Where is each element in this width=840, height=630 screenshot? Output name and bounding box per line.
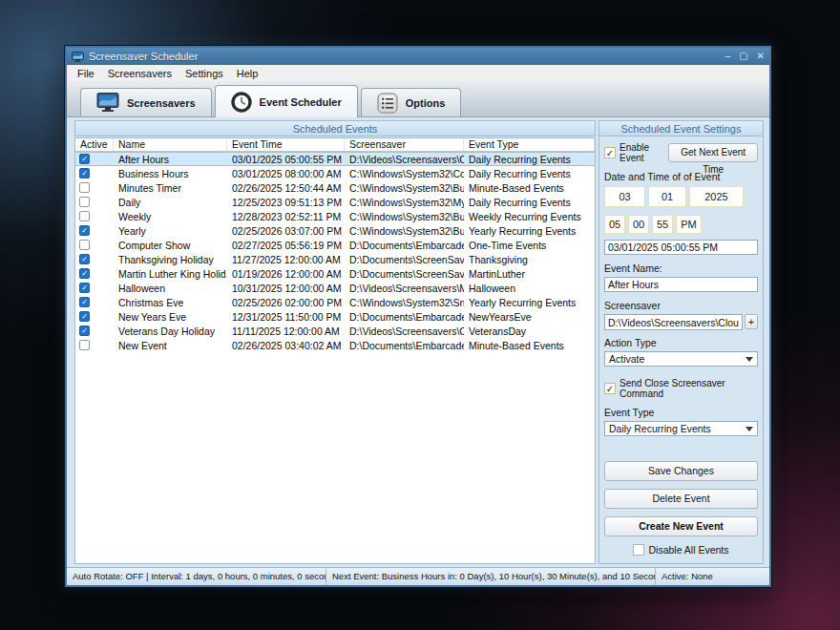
row-active-checkbox[interactable]	[79, 197, 90, 207]
cell-event-type: Yearly Recurring Events	[464, 297, 595, 308]
status-auto-rotate: Auto Rotate: OFF | Interval: 1 days, 0 h…	[67, 568, 326, 585]
cell-event-time: 12/28/2023 02:52:11 PM	[227, 211, 345, 222]
cell-screensaver: D:\Videos\Screensavers\Cl...	[345, 326, 464, 337]
hour-field[interactable]: 05	[604, 215, 625, 234]
scheduled-events-title: Scheduled Events	[74, 120, 596, 136]
menu-item-screensavers[interactable]: Screensavers	[101, 68, 178, 79]
action-type-value: Activate	[609, 353, 644, 365]
tab-label: Event Scheduler	[260, 96, 342, 108]
app-icon	[72, 52, 84, 62]
year-field[interactable]: 2025	[689, 186, 744, 207]
table-row[interactable]: After Hours 03/01/2025 05:00:55 PM D:\Vi…	[75, 152, 595, 166]
menu-item-file[interactable]: File	[71, 68, 101, 79]
action-type-label: Action Type	[604, 337, 758, 348]
table-row[interactable]: Thanksgiving Holiday 11/27/2025 12:00:00…	[75, 252, 595, 266]
cell-screensaver: D:\Documents\Embarcader...	[345, 240, 464, 251]
cell-event-type: Daily Recurring Events	[464, 197, 595, 208]
row-active-checkbox[interactable]	[79, 311, 90, 322]
screensaver-path-input[interactable]	[604, 314, 743, 330]
send-close-checkbox[interactable]	[604, 383, 616, 394]
table-row[interactable]: New Years Eve 12/31/2025 11:50:00 PM D:\…	[75, 309, 595, 324]
row-active-checkbox[interactable]	[79, 268, 90, 279]
cell-name: Veterans Day Holiday	[114, 326, 227, 337]
row-active-checkbox[interactable]	[79, 326, 90, 336]
tab-screensavers[interactable]: Screensavers	[80, 88, 212, 116]
chevron-down-icon	[746, 357, 753, 362]
table-row[interactable]: Martin Luther King Holid... 01/19/2026 1…	[75, 266, 595, 281]
table-row[interactable]: Business Hours 03/01/2025 08:00:00 AM C:…	[75, 166, 595, 180]
row-active-checkbox[interactable]	[79, 154, 90, 164]
save-changes-button[interactable]: Save Changes	[604, 461, 758, 481]
row-active-checkbox[interactable]	[79, 240, 90, 250]
delete-event-button[interactable]: Delete Event	[604, 489, 758, 509]
titlebar[interactable]: Screensaver Scheduler – ▢ ✕	[67, 48, 769, 65]
col-event-type[interactable]: Event Type	[464, 138, 595, 151]
second-field[interactable]: 55	[652, 215, 673, 234]
close-button[interactable]: ✕	[757, 52, 765, 61]
table-row[interactable]: Daily 12/25/2023 09:51:13 PM C:\Windows\…	[75, 195, 595, 209]
settings-panel: Scheduled Event Settings Enable Event Ge…	[598, 120, 764, 564]
row-active-checkbox[interactable]	[79, 254, 90, 264]
get-next-event-time-button[interactable]: Get Next Event Time	[668, 143, 758, 162]
cell-screensaver: C:\Windows\System32\Bub...	[345, 182, 464, 194]
table-row[interactable]: Christmas Eve 02/25/2026 02:00:00 PM C:\…	[75, 295, 595, 309]
cell-event-time: 11/27/2025 12:00:00 AM	[227, 254, 345, 265]
status-active: Active: None	[656, 568, 769, 585]
cell-event-type: Thanksgiving	[464, 254, 595, 265]
tabstrip: Screensavers Event Scheduler Options	[67, 81, 769, 117]
maximize-button[interactable]: ▢	[739, 52, 747, 61]
menu-item-settings[interactable]: Settings	[178, 68, 230, 79]
cell-event-time: 11/11/2025 12:00:00 AM	[227, 326, 345, 337]
row-active-checkbox[interactable]	[79, 182, 90, 193]
browse-screensaver-button[interactable]: +	[745, 314, 758, 329]
event-name-label: Event Name:	[604, 262, 758, 274]
ampm-field[interactable]: PM	[676, 215, 702, 234]
table-row[interactable]: Veterans Day Holiday 11/11/2025 12:00:00…	[75, 324, 595, 338]
settings-panel-title: Scheduled Event Settings	[598, 120, 764, 136]
minimize-button[interactable]: –	[725, 52, 731, 61]
row-active-checkbox[interactable]	[79, 225, 90, 236]
menu-item-help[interactable]: Help	[230, 68, 265, 79]
window-title: Screensaver Scheduler	[89, 51, 198, 62]
cell-name: New Years Eve	[114, 311, 227, 323]
table-row[interactable]: Yearly 02/25/2026 03:07:00 PM C:\Windows…	[75, 223, 595, 238]
create-new-event-button[interactable]: Create New Event	[604, 516, 758, 536]
cell-event-type: VeteransDay	[464, 326, 595, 337]
cell-screensaver: D:\Documents\ScreenSaver...	[345, 268, 464, 280]
row-active-checkbox[interactable]	[79, 297, 90, 307]
table-row[interactable]: Weekly 12/28/2023 02:52:11 PM C:\Windows…	[75, 209, 595, 223]
col-name[interactable]: Name	[114, 138, 227, 151]
disable-all-events-checkbox[interactable]	[633, 544, 644, 556]
event-name-input[interactable]	[604, 277, 758, 292]
event-type-dropdown[interactable]: Daily Recurring Events	[604, 421, 758, 436]
row-active-checkbox[interactable]	[79, 211, 90, 221]
row-active-checkbox[interactable]	[79, 340, 90, 350]
cell-event-time: 02/26/2025 03:40:02 AM	[227, 340, 345, 351]
cell-event-time: 02/27/2025 05:56:19 PM	[227, 240, 345, 251]
row-active-checkbox[interactable]	[79, 283, 90, 293]
cell-name: Computer Show	[114, 240, 227, 251]
cell-name: Minutes Timer	[114, 182, 227, 194]
day-field[interactable]: 01	[648, 186, 686, 207]
col-active[interactable]: Active	[75, 138, 114, 151]
tab-event-scheduler[interactable]: Event Scheduler	[215, 85, 358, 117]
cell-screensaver: D:\Videos\Screensavers\Cl...	[345, 154, 464, 165]
tab-options[interactable]: Options	[361, 88, 462, 116]
cell-screensaver: C:\Windows\System32\Co...	[345, 168, 464, 179]
table-row[interactable]: New Event 02/26/2025 03:40:02 AM D:\Docu…	[75, 338, 595, 352]
table-row[interactable]: Minutes Timer 02/26/2025 12:50:44 AM C:\…	[75, 180, 595, 195]
cell-name: Martin Luther King Holid...	[114, 268, 227, 280]
datetime-input[interactable]	[604, 240, 758, 255]
col-event-time[interactable]: Event Time	[227, 138, 345, 151]
col-screensaver[interactable]: Screensaver	[345, 138, 464, 151]
row-active-checkbox[interactable]	[79, 168, 90, 178]
month-field[interactable]: 03	[604, 186, 645, 207]
menubar: File Screensavers Settings Help	[67, 65, 769, 81]
event-type-value: Daily Recurring Events	[609, 423, 711, 434]
table-row[interactable]: Halloween 10/31/2025 12:00:00 AM D:\Vide…	[75, 281, 595, 295]
table-row[interactable]: Computer Show 02/27/2025 05:56:19 PM D:\…	[75, 238, 595, 252]
enable-event-checkbox[interactable]	[604, 147, 616, 158]
disable-all-events-label: Disable All Events	[648, 544, 728, 556]
action-type-dropdown[interactable]: Activate	[604, 351, 758, 367]
minute-field[interactable]: 00	[628, 215, 649, 234]
